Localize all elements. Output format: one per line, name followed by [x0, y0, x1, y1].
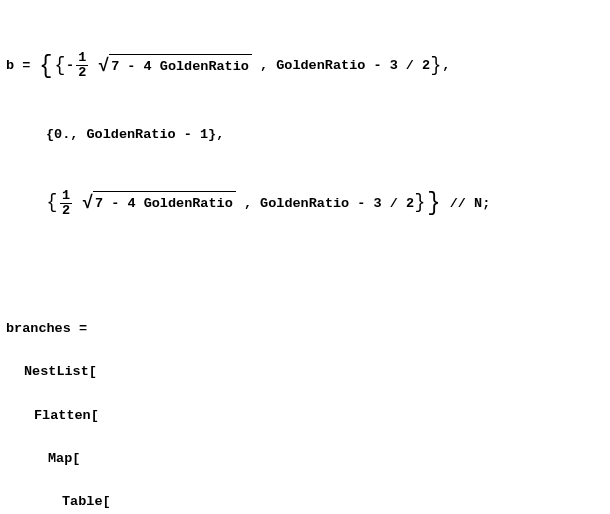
sqrt-1: √7 - 4 GoldenRatio — [98, 54, 252, 78]
code-cell: b = {{-12 √7 - 4 GoldenRatio , GoldenRat… — [0, 0, 610, 514]
map: Map[ — [48, 451, 80, 466]
frac2-den: 2 — [60, 204, 72, 218]
line-b-2: {0., GoldenRatio - 1}, — [6, 124, 604, 146]
nestlist: NestList[ — [24, 364, 97, 379]
line-map: Map[ — [6, 448, 604, 470]
line-flatten: Flatten[ — [6, 405, 604, 427]
b-assign: b = — [6, 58, 38, 73]
blank-1 — [6, 261, 604, 275]
line-table: Table[ — [6, 491, 604, 513]
frac1-num: 1 — [76, 51, 88, 66]
radicand-2: 7 - 4 GoldenRatio — [93, 191, 236, 215]
comma-1: , — [252, 58, 276, 73]
surd-1: √ — [98, 57, 109, 75]
flatten: Flatten[ — [34, 408, 99, 423]
branches-assign: branches = — [6, 321, 87, 336]
sqrt-2: √7 - 4 GoldenRatio — [82, 191, 236, 215]
gr-1: GoldenRatio - 1 — [87, 127, 209, 142]
frac2-num: 1 — [60, 189, 72, 204]
fraction-1: 12 — [76, 51, 88, 80]
line-b-1: b = {{-12 √7 - 4 GoldenRatio , GoldenRat… — [6, 51, 604, 80]
table: Table[ — [62, 494, 111, 509]
line-branches: branches = — [6, 318, 604, 340]
gr-3-2b: GoldenRatio - 3 / 2 — [260, 196, 414, 211]
comma-2: , — [236, 196, 260, 211]
minus-sign: - — [66, 58, 74, 73]
fraction-2: 12 — [60, 189, 72, 218]
surd-2: √ — [82, 194, 93, 212]
frac1-den: 2 — [76, 66, 88, 80]
gr-3-2: GoldenRatio - 3 / 2 — [276, 58, 430, 73]
postfix-n: // N; — [442, 196, 491, 211]
line-b-3: {12 √7 - 4 GoldenRatio , GoldenRatio - 3… — [6, 189, 604, 218]
line-nestlist: NestList[ — [6, 361, 604, 383]
zero-dot: 0. — [54, 127, 70, 142]
radicand-1: 7 - 4 GoldenRatio — [109, 54, 252, 78]
